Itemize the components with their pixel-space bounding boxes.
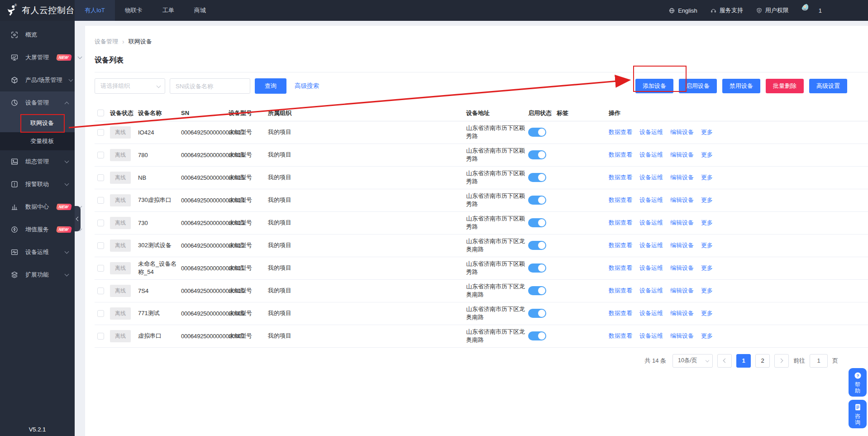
row-checkbox[interactable]: [97, 242, 104, 249]
action-link-设备运维[interactable]: 设备运维: [639, 219, 663, 226]
action-link-更多[interactable]: 更多: [701, 129, 713, 135]
row-checkbox[interactable]: [97, 333, 104, 340]
enable-device-button[interactable]: 启用设备: [679, 79, 717, 93]
consult-button[interactable]: 咨询: [849, 400, 867, 428]
top-tab-工单[interactable]: 工单: [153, 0, 184, 21]
action-link-数据查看[interactable]: 数据查看: [609, 332, 632, 339]
action-link-更多[interactable]: 更多: [701, 151, 713, 158]
sidebar-item-device-ops[interactable]: 设备运维: [0, 241, 75, 264]
action-link-设备运维[interactable]: 设备运维: [639, 129, 663, 135]
enable-toggle[interactable]: [528, 173, 546, 182]
action-link-编辑设备[interactable]: 编辑设备: [670, 332, 694, 339]
action-link-数据查看[interactable]: 数据查看: [609, 264, 632, 271]
enable-toggle[interactable]: [528, 241, 546, 250]
action-link-编辑设备[interactable]: 编辑设备: [670, 310, 694, 316]
sidebar-item-value-added-services[interactable]: 增值服务NEW: [0, 218, 75, 241]
action-link-编辑设备[interactable]: 编辑设备: [670, 196, 694, 203]
action-link-编辑设备[interactable]: 编辑设备: [670, 174, 694, 181]
action-link-更多[interactable]: 更多: [701, 310, 713, 316]
sidebar-item-overview[interactable]: 概览: [0, 24, 75, 46]
advanced-search-link[interactable]: 高级搜索: [295, 82, 319, 90]
action-link-数据查看[interactable]: 数据查看: [609, 174, 632, 181]
enable-toggle[interactable]: [528, 264, 546, 273]
action-link-更多[interactable]: 更多: [701, 242, 713, 249]
action-link-数据查看[interactable]: 数据查看: [609, 196, 632, 203]
action-link-编辑设备[interactable]: 编辑设备: [670, 151, 694, 158]
disable-device-button[interactable]: 禁用设备: [722, 79, 760, 93]
user-permissions[interactable]: 用户权限: [756, 6, 789, 14]
action-link-数据查看[interactable]: 数据查看: [609, 219, 632, 226]
sidebar-item-data-center[interactable]: 数据中心NEW: [0, 196, 75, 218]
action-link-更多[interactable]: 更多: [701, 287, 713, 294]
action-link-设备运维[interactable]: 设备运维: [639, 310, 663, 316]
action-link-数据查看[interactable]: 数据查看: [609, 129, 632, 135]
enable-toggle[interactable]: [528, 309, 546, 318]
sidebar-item-scada-management[interactable]: 组态管理: [0, 150, 75, 173]
goto-page-input[interactable]: [810, 354, 828, 368]
org-select[interactable]: 请选择组织: [95, 78, 165, 94]
action-link-数据查看[interactable]: 数据查看: [609, 310, 632, 316]
enable-toggle[interactable]: [528, 218, 546, 227]
sidebar-item-alarm-linkage[interactable]: 报警联动: [0, 173, 75, 196]
top-tab-有人IoT[interactable]: 有人IoT: [75, 0, 115, 21]
enable-toggle[interactable]: [528, 150, 546, 159]
action-link-编辑设备[interactable]: 编辑设备: [670, 242, 694, 249]
enable-toggle[interactable]: [528, 331, 546, 340]
search-input[interactable]: [170, 78, 250, 94]
action-link-数据查看[interactable]: 数据查看: [609, 242, 632, 249]
row-checkbox[interactable]: [97, 310, 104, 317]
add-device-button[interactable]: 添加设备: [635, 79, 673, 93]
enable-toggle[interactable]: [528, 196, 546, 205]
prev-page-button[interactable]: [717, 354, 732, 368]
sidebar-subitem-variable-templates[interactable]: 变量模板: [0, 132, 75, 150]
enable-toggle[interactable]: [528, 128, 546, 137]
action-link-更多[interactable]: 更多: [701, 219, 713, 226]
select-all-checkbox[interactable]: [97, 110, 104, 116]
action-link-编辑设备[interactable]: 编辑设备: [670, 287, 694, 294]
row-checkbox[interactable]: [97, 287, 104, 294]
action-link-设备运维[interactable]: 设备运维: [639, 264, 663, 271]
page-button-1[interactable]: 1: [736, 354, 751, 368]
sidebar-item-product-scene-management[interactable]: 产品/场景管理: [0, 69, 75, 91]
enable-toggle[interactable]: [528, 286, 546, 295]
action-link-设备运维[interactable]: 设备运维: [639, 242, 663, 249]
sidebar-item-device-management[interactable]: 设备管理: [0, 91, 75, 114]
top-tab-物联卡[interactable]: 物联卡: [115, 0, 153, 21]
action-link-设备运维[interactable]: 设备运维: [639, 151, 663, 158]
sidebar-item-screen-management[interactable]: 大屏管理NEW: [0, 46, 75, 69]
action-link-设备运维[interactable]: 设备运维: [639, 174, 663, 181]
service-support[interactable]: 服务支持: [710, 6, 743, 14]
next-page-button[interactable]: [774, 354, 789, 368]
action-link-编辑设备[interactable]: 编辑设备: [670, 129, 694, 135]
advanced-settings-button[interactable]: 高级设置: [809, 79, 847, 93]
action-link-编辑设备[interactable]: 编辑设备: [670, 264, 694, 271]
sidebar-collapse-handle[interactable]: [75, 206, 81, 231]
action-link-设备运维[interactable]: 设备运维: [639, 287, 663, 294]
row-checkbox[interactable]: [97, 152, 104, 158]
row-checkbox[interactable]: [97, 174, 104, 181]
action-link-更多[interactable]: 更多: [701, 332, 713, 339]
page-size-select[interactable]: 10条/页: [672, 354, 713, 368]
batch-delete-button[interactable]: 批量删除: [766, 79, 804, 93]
language-switch[interactable]: English: [668, 7, 697, 14]
action-link-数据查看[interactable]: 数据查看: [609, 151, 632, 158]
row-checkbox[interactable]: [97, 220, 104, 226]
action-link-更多[interactable]: 更多: [701, 264, 713, 271]
help-button[interactable]: ? 帮助: [849, 368, 867, 397]
row-checkbox[interactable]: [97, 197, 104, 204]
page-button-2[interactable]: 2: [755, 354, 770, 368]
row-checkbox[interactable]: [97, 129, 104, 136]
action-link-设备运维[interactable]: 设备运维: [639, 196, 663, 203]
action-link-更多[interactable]: 更多: [701, 196, 713, 203]
action-link-更多[interactable]: 更多: [701, 174, 713, 181]
sidebar-item-extended-functions[interactable]: 扩展功能: [0, 264, 75, 286]
breadcrumb-device-management[interactable]: 设备管理: [95, 38, 118, 46]
sidebar-subitem-networked-devices[interactable]: 联网设备: [0, 114, 75, 132]
top-tab-商城[interactable]: 商城: [184, 0, 216, 21]
action-link-数据查看[interactable]: 数据查看: [609, 287, 632, 294]
row-checkbox[interactable]: [97, 265, 104, 272]
action-link-编辑设备[interactable]: 编辑设备: [670, 219, 694, 226]
action-link-设备运维[interactable]: 设备运维: [639, 332, 663, 339]
query-button[interactable]: 查询: [255, 78, 286, 94]
user-menu[interactable]: 1: [801, 4, 859, 17]
